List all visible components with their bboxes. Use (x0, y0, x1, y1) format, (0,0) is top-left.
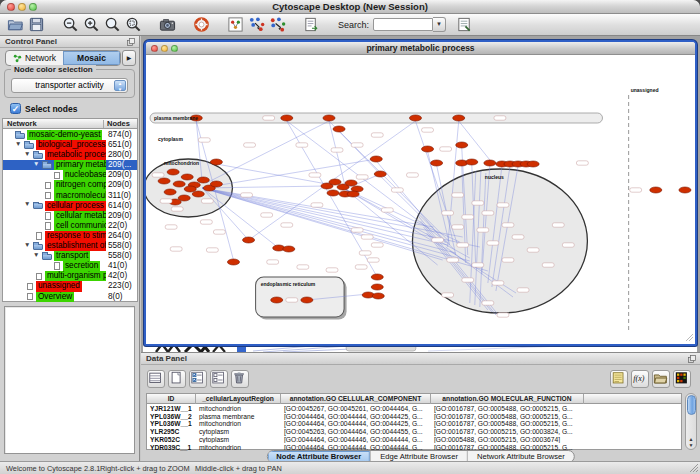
table-cell[interactable]: cytoplasm (196, 428, 281, 436)
table-cell[interactable]: mitochondrion (196, 405, 281, 413)
network-manager-button[interactable] (225, 15, 246, 35)
attribute-matrix-button[interactable] (673, 370, 691, 388)
network-tree-header[interactable]: Network Nodes (3, 119, 137, 129)
data-panel-toolbar: f(x) (141, 366, 700, 391)
table-cell[interactable]: [GO:0044464, GO:0044444, GO:0044425, G..… (281, 413, 431, 421)
tree-expander-icon[interactable]: ▼ (33, 250, 39, 260)
tree-row[interactable]: Overview8(0) (3, 292, 137, 302)
save-button[interactable] (26, 15, 47, 35)
control-panel-header: Control Panel (0, 36, 139, 48)
tree-row[interactable]: cellular metabol209(0) (3, 211, 137, 221)
tree-row[interactable]: nitrogen compo209(0) (3, 180, 137, 190)
tree-row[interactable]: ▼establishment of lo558(0) (3, 241, 137, 251)
help-button[interactable] (191, 15, 212, 35)
tree-expander-icon[interactable]: ▼ (33, 159, 39, 169)
layout-nodes-button[interactable] (246, 15, 267, 35)
zoom-selected-button[interactable] (123, 15, 144, 35)
tree-row[interactable]: mosaic-demo-yeast874(0) (3, 130, 137, 140)
frame-resize-grip[interactable] (684, 332, 694, 342)
table-cell[interactable]: YKR052C (147, 436, 196, 444)
tree-expander-icon[interactable]: ▼ (24, 199, 30, 209)
table-cell[interactable]: [GO:0044464, GO:0044444, GO:0044425, G..… (281, 420, 431, 428)
unselect-attributes-button[interactable] (210, 370, 228, 388)
table-cell[interactable]: mitochondrion (196, 444, 281, 452)
graph-node-label (562, 243, 574, 247)
graph-node (372, 293, 384, 299)
notepad-button[interactable] (610, 370, 628, 388)
create-attribute-button[interactable] (168, 370, 186, 388)
select-nodes-checkbox[interactable]: ✓ (10, 103, 21, 114)
scrollbar-arrows[interactable]: ▲▼ (686, 436, 696, 448)
table-column-header[interactable]: annotation.GO MOLECULAR_FUNCTION (431, 394, 584, 404)
table-cell[interactable]: [GO:0044464, GO:0044446, GO:0044444, G..… (281, 436, 431, 444)
save-icon (28, 16, 45, 33)
attribute-editor-button[interactable] (147, 370, 165, 388)
more-tabs-button[interactable]: ▶ (122, 50, 136, 66)
import-attribute-file-button[interactable] (652, 370, 670, 388)
search-input[interactable] (373, 18, 433, 31)
tree-row[interactable]: multi-organism pro42(0) (3, 271, 137, 281)
tree-row[interactable]: ▼metabolic process280(0) (3, 150, 137, 160)
graph-node-label (171, 207, 183, 211)
zoom-in-button[interactable] (81, 15, 102, 35)
delete-attribute-button[interactable] (231, 370, 249, 388)
tree-row[interactable]: secretion41(0) (3, 261, 137, 271)
birds-eye-view[interactable] (4, 306, 135, 454)
tree-row[interactable]: ▼cellular process614(0) (3, 201, 137, 211)
table-cell[interactable]: mitochondrion (196, 420, 281, 428)
table-cell[interactable]: cytoplasm (196, 436, 281, 444)
tree-expander-icon[interactable]: ▼ (24, 149, 30, 159)
table-cell[interactable]: [GO:0045267, GO:0045261, GO:0044464, G..… (281, 405, 431, 413)
table-cell[interactable]: YPL036W__1 (147, 420, 196, 428)
graph-node-label (359, 251, 371, 255)
node-color-dropdown[interactable]: transporter activity ▲▼ (11, 78, 128, 93)
tree-expander-icon[interactable]: ▼ (15, 139, 21, 149)
tree-row[interactable]: cell communicat22(0) (3, 221, 137, 231)
table-cell[interactable]: [GO:0016787, GO:0005488, GO:0005215, G..… (431, 405, 584, 413)
tree-expander-icon[interactable]: ▼ (24, 240, 30, 250)
tab-network[interactable]: Network (6, 51, 63, 65)
table-cell[interactable]: [GO:0045263, GO:0044464, GO:0044455, G..… (281, 428, 431, 436)
table-cell[interactable]: YDR039C__1 (147, 444, 196, 452)
window-titlebar[interactable]: Cytoscape Desktop (New Session) (0, 0, 700, 14)
layout-edges-button[interactable] (267, 15, 288, 35)
tree-row[interactable]: ▼transport558(0) (3, 251, 137, 261)
table-cell[interactable]: plasma membrane (196, 413, 281, 421)
window-resize-grip[interactable] (688, 462, 699, 473)
search-dropdown-arrow[interactable]: ▼ (433, 17, 446, 32)
tree-row[interactable]: ▼primary metabol209(... (3, 160, 137, 170)
table-cell[interactable]: YLR295C (147, 428, 196, 436)
network-canvas[interactable]: plasma membranecytoplasmmitochondrionnuc… (146, 55, 695, 343)
table-column-header[interactable]: ID (147, 394, 196, 404)
select-attributes-button[interactable] (189, 370, 207, 388)
tree-row[interactable]: nucleobase-c209(0) (3, 170, 137, 180)
formula-button[interactable]: f(x) (631, 370, 649, 388)
table-cell[interactable]: [GO:0016787, GO:0005488, GO:0005215, G..… (431, 420, 584, 428)
import-attributes-icon (456, 16, 473, 33)
snapshot-button[interactable] (157, 15, 178, 35)
zoom-out-button[interactable] (60, 15, 81, 35)
table-cell[interactable]: YJR121W__1 (147, 405, 196, 413)
network-view-frame[interactable]: primary metabolic process plasma membran… (144, 40, 697, 346)
table-column-header[interactable]: _cellularLayoutRegion (196, 394, 281, 404)
tab-mosaic-label: Mosaic (77, 51, 106, 65)
tab-mosaic[interactable]: Mosaic (63, 51, 120, 65)
table-cell[interactable]: [GO:0016787, GO:0005488, GO:0005215, G..… (431, 413, 584, 421)
table-cell[interactable]: [GO:0016787, GO:0005215, GO:0003824, G..… (431, 428, 584, 436)
scrollbar-thumb[interactable] (687, 395, 696, 415)
float-panel-icon[interactable] (126, 37, 136, 47)
table-column-header[interactable]: annotation.GO CELLULAR_COMPONENT (281, 394, 431, 404)
import-attributes-button[interactable] (454, 15, 475, 35)
table-cell[interactable]: YPL036W__2 (147, 413, 196, 421)
zoom-fit-button[interactable] (102, 15, 123, 35)
graph-node (431, 160, 443, 166)
open-file-button[interactable] (5, 15, 26, 35)
graph-node (243, 237, 255, 243)
export-document-button[interactable] (301, 15, 322, 35)
table-scrollbar[interactable]: ▲▼ (685, 393, 697, 450)
table-cell[interactable]: [GO:0005488, GO:0005215, GO:0003674] (431, 436, 584, 444)
network-view-titlebar[interactable]: primary metabolic process (146, 42, 695, 55)
attribute-table-header[interactable]: ID_cellularLayoutRegionannotation.GO CEL… (147, 394, 681, 404)
float-panel-icon[interactable] (687, 354, 697, 364)
tree-row[interactable]: unassigned223(0) (3, 281, 137, 291)
